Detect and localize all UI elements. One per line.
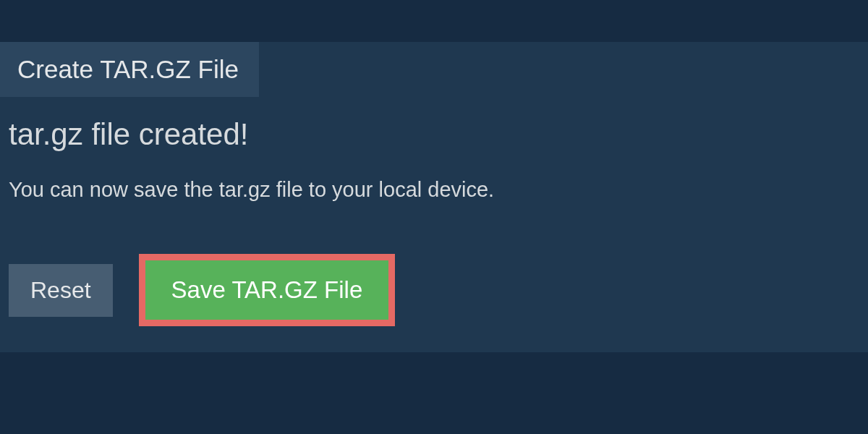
save-button-highlight: Save TAR.GZ File <box>139 254 396 326</box>
save-targz-button[interactable]: Save TAR.GZ File <box>145 260 389 320</box>
reset-button[interactable]: Reset <box>9 264 113 317</box>
status-heading: tar.gz file created! <box>9 117 868 152</box>
button-row: Reset Save TAR.GZ File <box>9 254 868 326</box>
status-description: You can now save the tar.gz file to your… <box>9 178 868 202</box>
tab-create-targz[interactable]: Create TAR.GZ File <box>0 42 259 97</box>
tab-label: Create TAR.GZ File <box>17 55 239 83</box>
content-area: tar.gz file created! You can now save th… <box>0 97 868 352</box>
main-panel: Create TAR.GZ File tar.gz file created! … <box>0 42 868 352</box>
